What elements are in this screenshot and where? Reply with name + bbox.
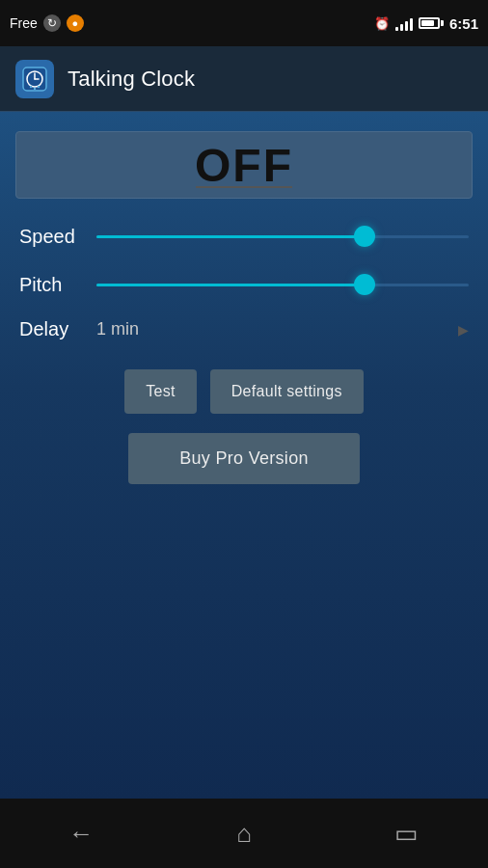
status-bar: Free ↻ ● ⏰ 6:51 (0, 0, 488, 46)
battery-icon (419, 17, 444, 29)
home-button[interactable]: ⌂ (215, 814, 273, 853)
speed-control-row: Speed (15, 222, 473, 251)
default-settings-button[interactable]: Default settings (210, 369, 364, 414)
delay-arrow-icon: ▶ (458, 322, 469, 338)
nav-bar: ← ⌂ ▭ (0, 799, 488, 868)
app-title: Talking Clock (68, 67, 195, 92)
pitch-thumb[interactable] (354, 274, 375, 295)
delay-value: 1 min (96, 319, 139, 339)
svg-point-5 (34, 87, 36, 89)
alarm-icon: ⏰ (374, 16, 390, 31)
free-label: Free (10, 15, 38, 31)
power-state-label: OFF (195, 139, 293, 192)
back-button[interactable]: ← (52, 814, 110, 853)
speed-fill (96, 235, 365, 238)
test-button[interactable]: Test (124, 369, 197, 414)
signal-icon (395, 15, 413, 31)
svg-point-6 (38, 85, 40, 87)
speed-thumb[interactable] (354, 226, 375, 247)
pitch-slider[interactable] (96, 270, 469, 299)
status-left: Free ↻ ● (10, 14, 84, 32)
app-icon (15, 60, 54, 98)
pitch-fill (96, 284, 365, 286)
buy-pro-button[interactable]: Buy Pro Version (128, 433, 360, 484)
pitch-label: Pitch (19, 274, 96, 296)
speed-slider[interactable] (96, 222, 469, 251)
clock-icon (22, 67, 47, 92)
app-bar: Talking Clock (0, 46, 488, 112)
delay-label: Delay (19, 318, 96, 340)
svg-point-4 (30, 85, 32, 87)
sync-icon: ↻ (43, 14, 61, 32)
main-content: OFF Speed Pitch Delay 1 min ▶ Test Defau… (0, 112, 488, 799)
power-toggle[interactable]: OFF (15, 131, 473, 199)
action-buttons-row: Test Default settings (15, 369, 473, 414)
notification-icon: ● (67, 14, 84, 32)
recents-button[interactable]: ▭ (378, 814, 436, 853)
speed-label: Speed (19, 226, 96, 248)
pitch-control-row: Pitch (15, 270, 473, 299)
buy-pro-row: Buy Pro Version (15, 433, 473, 484)
status-right: ⏰ 6:51 (374, 15, 478, 32)
delay-row: Delay 1 min ▶ (15, 318, 473, 340)
time-display: 6:51 (449, 15, 478, 32)
